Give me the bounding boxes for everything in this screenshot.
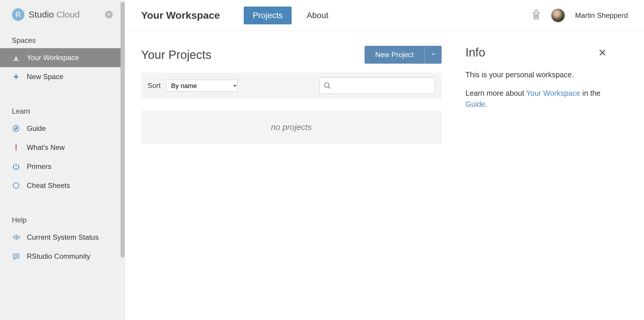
info-line2: Learn more about Your Workspace in the G… bbox=[465, 88, 607, 110]
compass-icon bbox=[12, 124, 20, 133]
info-line2-suffix: . bbox=[485, 100, 487, 108]
topbar-right: Martin Shepperd bbox=[532, 8, 628, 23]
sidebar-item-label: Cheat Sheets bbox=[27, 181, 70, 190]
sidebar: R Studio Cloud ✕ Spaces Your Workspace N… bbox=[0, 0, 125, 320]
sidebar-item-label: Guide bbox=[27, 124, 46, 133]
trash-icon[interactable] bbox=[532, 10, 541, 21]
sidebar-scrollbar[interactable] bbox=[121, 2, 125, 258]
content: Your Projects New Project Sort By name bbox=[125, 31, 644, 320]
sidebar-item-guide[interactable]: Guide bbox=[0, 119, 125, 138]
new-project-dropdown[interactable] bbox=[424, 46, 442, 64]
search-wrap bbox=[320, 77, 435, 94]
svg-line-23 bbox=[328, 87, 330, 89]
logo-badge: R bbox=[12, 8, 24, 21]
new-project-button-group: New Project bbox=[365, 46, 442, 64]
search-icon bbox=[323, 82, 331, 90]
sidebar-item-new-space[interactable]: New Space bbox=[0, 67, 125, 86]
info-line1: This is your personal workspace. bbox=[465, 69, 607, 81]
sidebar-item-system-status[interactable]: Current System Status bbox=[0, 228, 125, 247]
section-label-help: Help bbox=[0, 209, 125, 228]
projects-header: Your Projects New Project bbox=[141, 46, 442, 64]
chevron-down-icon bbox=[431, 51, 436, 58]
sort-label: Sort bbox=[148, 81, 161, 90]
brand-header: R Studio Cloud ✕ bbox=[0, 0, 125, 29]
exclamation-icon bbox=[12, 143, 20, 152]
x-icon: ✕ bbox=[107, 11, 111, 18]
search-input[interactable] bbox=[334, 82, 431, 90]
projects-column: Your Projects New Project Sort By name bbox=[141, 46, 442, 305]
info-line2-mid: in the bbox=[580, 89, 601, 97]
svg-marker-10 bbox=[13, 183, 19, 189]
sidebar-item-label: Your Workspace bbox=[27, 54, 79, 62]
sort-select[interactable]: By name bbox=[166, 80, 237, 92]
username[interactable]: Martin Shepperd bbox=[575, 11, 628, 20]
hexagon-icon bbox=[12, 181, 20, 190]
info-header: Info ✕ bbox=[465, 46, 607, 59]
sidebar-item-label: New Space bbox=[27, 73, 63, 81]
sidebar-item-community[interactable]: RStudio Community bbox=[0, 247, 125, 266]
power-icon bbox=[12, 162, 20, 171]
brand-secondary: Cloud bbox=[56, 10, 79, 19]
info-close-button[interactable]: ✕ bbox=[598, 47, 607, 59]
sidebar-item-whats-new[interactable]: What's New bbox=[0, 138, 125, 157]
projects-title: Your Projects bbox=[141, 48, 211, 62]
svg-rect-8 bbox=[15, 150, 17, 151]
brand-name: Studio Cloud bbox=[29, 10, 80, 20]
sidebar-item-primers[interactable]: Primers bbox=[0, 157, 125, 176]
avatar[interactable] bbox=[551, 8, 565, 23]
workspace-icon bbox=[12, 54, 20, 62]
empty-projects-message: no projects bbox=[141, 111, 442, 144]
topbar: Your Workspace Projects About Martin She… bbox=[125, 0, 644, 31]
svg-point-1 bbox=[15, 57, 17, 59]
plus-icon bbox=[12, 73, 20, 81]
tab-projects[interactable]: Projects bbox=[244, 7, 292, 24]
info-title: Info bbox=[465, 46, 485, 59]
tab-about[interactable]: About bbox=[298, 7, 337, 24]
info-line2-prefix: Learn more about bbox=[465, 89, 526, 97]
brand-primary: Studio bbox=[29, 10, 54, 19]
chat-icon bbox=[12, 252, 20, 261]
logo-letter: R bbox=[15, 10, 21, 19]
collapse-sidebar-button[interactable]: ✕ bbox=[105, 11, 113, 18]
sound-wave-icon bbox=[12, 233, 20, 241]
section-label-learn: Learn bbox=[0, 100, 125, 119]
sidebar-item-label: Primers bbox=[27, 162, 51, 171]
svg-point-22 bbox=[324, 83, 329, 87]
projects-toolbar: Sort By name bbox=[141, 73, 442, 99]
sidebar-item-label: RStudio Community bbox=[27, 252, 90, 261]
svg-rect-16 bbox=[13, 254, 19, 258]
info-link-guide[interactable]: Guide bbox=[465, 100, 485, 108]
main: Your Workspace Projects About Martin She… bbox=[125, 0, 644, 320]
sidebar-item-cheat-sheets[interactable]: Cheat Sheets bbox=[0, 176, 125, 195]
sidebar-item-label: Current System Status bbox=[27, 233, 99, 241]
x-icon: ✕ bbox=[598, 47, 607, 58]
workspace-title: Your Workspace bbox=[141, 10, 220, 21]
new-project-button[interactable]: New Project bbox=[365, 46, 424, 64]
info-panel: Info ✕ This is your personal workspace. … bbox=[465, 46, 607, 305]
sidebar-item-label: What's New bbox=[27, 143, 65, 152]
sidebar-item-your-workspace[interactable]: Your Workspace bbox=[0, 48, 125, 67]
info-link-workspace[interactable]: Your Workspace bbox=[526, 89, 580, 97]
svg-marker-6 bbox=[15, 127, 17, 130]
svg-rect-7 bbox=[15, 145, 17, 149]
section-label-spaces: Spaces bbox=[0, 29, 125, 48]
